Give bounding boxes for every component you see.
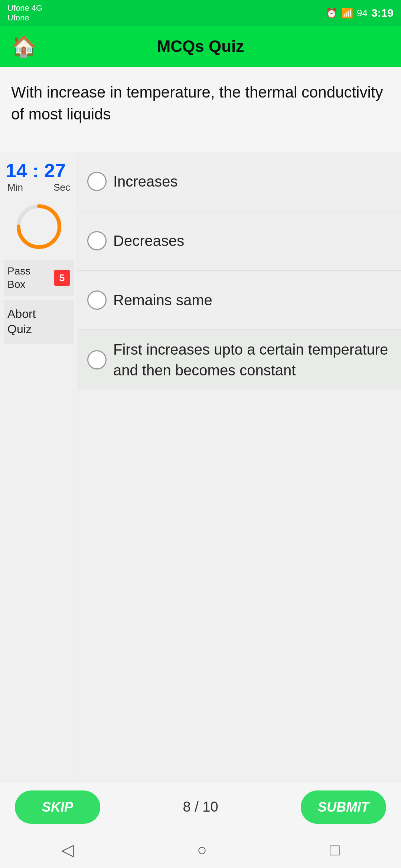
radio-b[interactable] [87,231,107,250]
recent-nav-icon[interactable]: □ [330,841,340,859]
bottom-bar: SKIP 8 / 10 SUBMIT [0,783,401,831]
abort-quiz-label: Abort Quiz [7,306,70,337]
main-content: 14 : 27 Min Sec Pass Box 5 [0,152,401,783]
status-right: ⏰ 📶 94 3:19 [326,7,394,19]
signal-icon: 📶 [341,7,353,19]
option-c[interactable]: Remains same [78,271,401,330]
abort-quiz-section[interactable]: Abort Quiz [4,300,74,344]
page-indicator: 8 / 10 [183,799,218,815]
pass-box-section[interactable]: Pass Box 5 [4,260,74,296]
sec-label: Sec [53,182,70,193]
radio-d[interactable] [87,350,107,369]
carrier2-label: Ufone [7,13,42,23]
nav-bar: ◁ ○ □ [0,831,401,868]
option-c-text: Remains same [113,290,212,310]
pass-box-label: Pass Box [7,264,30,292]
skip-button[interactable]: SKIP [15,790,100,824]
page-title: MCQs Quiz [157,37,244,56]
timer-colon: : [27,160,44,182]
timer-labels: Min Sec [6,182,72,193]
sidebar: 14 : 27 Min Sec Pass Box 5 [0,152,78,783]
option-a[interactable]: Increases [78,152,401,211]
home-nav-icon[interactable]: ○ [197,841,207,859]
submit-button[interactable]: SUBMIT [301,790,386,824]
radio-a[interactable] [87,172,107,191]
timer-seconds: 27 [44,160,66,182]
home-icon[interactable]: 🏠 [11,34,37,59]
carrier1-label: Ufone 4G [7,3,42,13]
min-label: Min [7,182,23,193]
option-d[interactable]: First increases upto a certain temperatu… [78,330,401,389]
battery-label: 94 [357,7,368,19]
question-box: With increase in temperature, the therma… [0,67,401,152]
circular-timer [15,203,63,251]
timer-minutes: 14 [6,160,27,182]
app-header: 🏠 MCQs Quiz [0,26,401,67]
alarm-icon: ⏰ [326,7,338,19]
timer-section: 14 : 27 Min Sec [0,152,78,197]
radio-c[interactable] [87,290,107,310]
option-b[interactable]: Decreases [78,211,401,271]
back-nav-icon[interactable]: ◁ [61,840,74,859]
options-area: Increases Decreases Remains same First i… [78,152,401,783]
time-label: 3:19 [371,7,394,19]
timer-display: 14 : 27 [6,160,72,182]
carrier-info: Ufone 4G Ufone [7,3,42,23]
question-text: With increase in temperature, the therma… [11,82,390,125]
option-b-text: Decreases [113,230,184,251]
status-bar: Ufone 4G Ufone ⏰ 📶 94 3:19 [0,0,401,26]
pass-count-badge: 5 [54,270,70,286]
option-d-text: First increases upto a certain temperatu… [113,339,392,381]
option-a-text: Increases [113,171,177,192]
